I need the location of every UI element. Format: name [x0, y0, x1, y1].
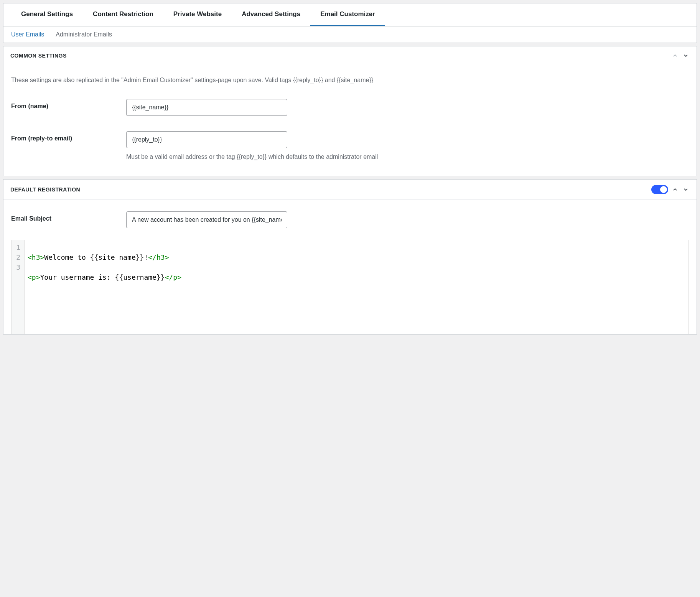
- tab-private-website[interactable]: Private Website: [163, 3, 232, 26]
- row-from-reply: From (reply-to email) Must be a valid em…: [11, 131, 689, 160]
- subtab-user-emails[interactable]: User Emails: [11, 31, 44, 38]
- chevron-down-icon[interactable]: [682, 186, 690, 193]
- code-editor[interactable]: 1 2 3 <h3>Welcome to {{site_name}}!</h3>…: [11, 240, 689, 334]
- tabs-container: General Settings Content Restriction Pri…: [3, 3, 697, 43]
- panel-title: DEFAULT REGISTRATION: [10, 186, 80, 193]
- input-from-reply[interactable]: [126, 131, 287, 148]
- tab-content-restriction[interactable]: Content Restriction: [83, 3, 163, 26]
- input-email-subject[interactable]: [126, 211, 287, 228]
- toggle-default-registration[interactable]: [651, 185, 668, 194]
- desc-from-reply: Must be a valid email address or the tag…: [126, 153, 689, 160]
- panel-controls: [651, 185, 690, 194]
- panel-header: DEFAULT REGISTRATION: [3, 180, 697, 200]
- chevron-down-icon[interactable]: [682, 52, 690, 59]
- panel-controls: [671, 52, 690, 59]
- label-email-subject: Email Subject: [11, 211, 126, 222]
- panel-common-settings: COMMON SETTINGS These settings are also …: [3, 46, 697, 176]
- panel-header: COMMON SETTINGS: [3, 46, 697, 65]
- primary-tabs: General Settings Content Restriction Pri…: [3, 3, 697, 26]
- input-from-name[interactable]: [126, 99, 287, 116]
- panel-default-registration: DEFAULT REGISTRATION Email Subject 1 2 3: [3, 179, 697, 335]
- row-email-subject: Email Subject: [11, 211, 689, 228]
- panel-description: These settings are also replicated in th…: [11, 77, 689, 84]
- chevron-up-icon[interactable]: [671, 52, 679, 59]
- code-gutter: 1 2 3: [12, 240, 25, 334]
- secondary-tabs: User Emails Administrator Emails: [3, 26, 697, 43]
- subtab-administrator-emails[interactable]: Administrator Emails: [56, 31, 112, 38]
- panel-body: Email Subject 1 2 3 <h3>Welcome to {{sit…: [3, 200, 697, 334]
- tab-advanced-settings[interactable]: Advanced Settings: [232, 3, 310, 26]
- code-content[interactable]: <h3>Welcome to {{site_name}}!</h3> <p>Yo…: [25, 240, 184, 334]
- row-from-name: From (name): [11, 99, 689, 116]
- tab-general-settings[interactable]: General Settings: [11, 3, 83, 26]
- tab-email-customizer[interactable]: Email Customizer: [310, 3, 385, 26]
- label-from-name: From (name): [11, 99, 126, 110]
- panel-body: These settings are also replicated in th…: [3, 65, 697, 176]
- label-from-reply: From (reply-to email): [11, 131, 126, 142]
- panel-title: COMMON SETTINGS: [10, 53, 67, 59]
- chevron-up-icon[interactable]: [671, 186, 679, 193]
